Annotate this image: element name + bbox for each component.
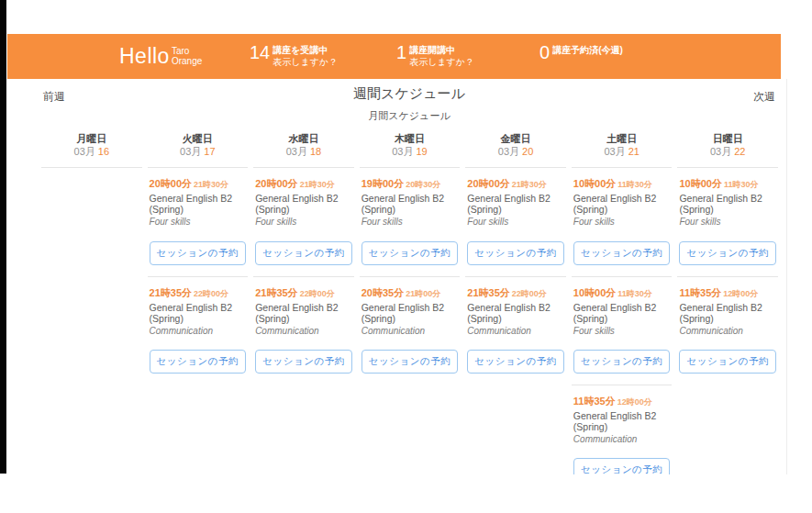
book-session-button[interactable]: セッションの予約 bbox=[362, 241, 459, 265]
session-course-type: Four skills bbox=[573, 326, 671, 337]
session-start-time: 21時35分 bbox=[150, 287, 192, 298]
book-session-button[interactable]: セッションの予約 bbox=[255, 350, 352, 374]
day-date: 03月19 bbox=[360, 145, 461, 158]
session-card: 19時00分20時30分 General English B2 (Spring)… bbox=[360, 168, 461, 276]
day-number: 19 bbox=[416, 146, 427, 157]
stat-label: 講座開講中 bbox=[409, 44, 474, 56]
session-course-type: Four skills bbox=[255, 217, 352, 228]
session-time: 20時00分21時30分 bbox=[150, 178, 247, 191]
session-start-time: 10時00分 bbox=[679, 178, 721, 189]
day-column: 水曜日 03月18 20時00分21時30分 General English B… bbox=[253, 132, 354, 474]
session-card: 21時35分22時00分 General English B2 (Spring)… bbox=[148, 276, 249, 385]
session-time: 20時35分21時00分 bbox=[362, 287, 459, 300]
session-card: 10時00分11時30分 General English B2 (Spring)… bbox=[677, 168, 778, 276]
session-end-time: 21時30分 bbox=[194, 180, 228, 189]
session-course-title: General English B2 (Spring) bbox=[362, 303, 459, 324]
session-start-time: 10時00分 bbox=[573, 178, 616, 189]
stat-label: 講座を受講中 bbox=[273, 44, 338, 56]
session-time: 10時00分11時30分 bbox=[573, 178, 671, 191]
session-time: 11時35分12時00分 bbox=[573, 396, 671, 408]
greeting: Hello Taro Orange bbox=[119, 42, 202, 71]
book-session-button[interactable]: セッションの予約 bbox=[467, 350, 564, 374]
session-start-time: 11時35分 bbox=[679, 287, 721, 298]
book-session-button[interactable]: セッションの予約 bbox=[150, 350, 247, 374]
book-session-button[interactable]: セッションの予約 bbox=[679, 350, 776, 374]
day-number: 18 bbox=[310, 146, 321, 157]
window-edge bbox=[0, 0, 6, 474]
day-column: 木曜日 03月19 19時00分20時30分 General English B… bbox=[360, 132, 461, 474]
book-session-button[interactable]: セッションの予約 bbox=[150, 241, 247, 265]
session-end-time: 11時30分 bbox=[724, 180, 759, 189]
stat-show-link[interactable]: 表示しますか？ bbox=[409, 56, 474, 68]
session-course-title: General English B2 (Spring) bbox=[679, 194, 776, 215]
monthly-schedule-link[interactable]: 月間スケジュール bbox=[32, 109, 786, 123]
stat-show-link[interactable]: 表示しますか？ bbox=[273, 56, 338, 68]
day-name: 火曜日 bbox=[148, 132, 249, 145]
top-header: Hello Taro Orange 14 講座を受講中 表示しますか？ 1 講座… bbox=[7, 34, 781, 79]
day-grid: 月曜日 03月16 火曜日 03月17 20時00分21時30分 General… bbox=[41, 132, 778, 474]
day-column: 火曜日 03月17 20時00分21時30分 General English B… bbox=[148, 132, 249, 474]
book-session-button[interactable]: セッションの予約 bbox=[573, 241, 671, 265]
session-end-time: 11時30分 bbox=[617, 180, 652, 189]
session-time: 21時35分22時00分 bbox=[150, 287, 247, 300]
book-session-button[interactable]: セッションの予約 bbox=[573, 458, 671, 474]
prev-week-link[interactable]: 前週 bbox=[43, 89, 65, 105]
book-session-button[interactable]: セッションの予約 bbox=[467, 241, 564, 265]
day-header: 月曜日 03月16 bbox=[41, 132, 142, 168]
session-card: 20時00分21時30分 General English B2 (Spring)… bbox=[465, 168, 566, 276]
book-session-button[interactable]: セッションの予約 bbox=[573, 350, 671, 374]
stat-value: 0 bbox=[539, 42, 550, 63]
session-course-type: Communication bbox=[467, 326, 564, 337]
day-month: 03月 bbox=[604, 146, 625, 157]
session-card: 10時00分11時30分 General English B2 (Spring)… bbox=[572, 168, 673, 276]
session-start-time: 10時00分 bbox=[573, 287, 616, 298]
day-header: 木曜日 03月19 bbox=[360, 132, 461, 168]
day-month: 03月 bbox=[286, 146, 307, 157]
session-card: 21時35分22時00分 General English B2 (Spring)… bbox=[253, 276, 354, 385]
session-end-time: 12時00分 bbox=[723, 289, 758, 298]
session-course-type: Four skills bbox=[467, 217, 564, 228]
day-header: 日曜日 03月22 bbox=[677, 132, 778, 168]
day-name: 月曜日 bbox=[41, 132, 142, 145]
day-month: 03月 bbox=[498, 146, 519, 157]
schedule-panel: 前週 次週 週間スケジュール 月間スケジュール 月曜日 03月16 火曜日 03… bbox=[32, 79, 787, 474]
stat-courses-enrolled: 14 講座を受講中 表示しますか？ bbox=[250, 42, 338, 68]
day-name: 水曜日 bbox=[253, 132, 354, 145]
user-name: Taro Orange bbox=[172, 46, 202, 71]
session-course-title: General English B2 (Spring) bbox=[573, 303, 671, 324]
day-name: 金曜日 bbox=[465, 132, 566, 145]
session-start-time: 21時35分 bbox=[255, 287, 297, 298]
session-course-title: General English B2 (Spring) bbox=[150, 194, 247, 215]
greeting-hello: Hello bbox=[119, 42, 170, 71]
day-header: 金曜日 03月20 bbox=[465, 132, 566, 168]
session-start-time: 21時35分 bbox=[467, 287, 509, 298]
session-time: 10時00分11時30分 bbox=[679, 178, 776, 191]
book-session-button[interactable]: セッションの予約 bbox=[255, 241, 352, 265]
stat-value: 14 bbox=[250, 42, 270, 68]
day-number: 16 bbox=[98, 146, 109, 157]
session-end-time: 12時00分 bbox=[617, 397, 652, 407]
user-first-name: Taro bbox=[172, 46, 189, 56]
session-start-time: 19時00分 bbox=[362, 178, 404, 189]
day-header: 水曜日 03月18 bbox=[253, 132, 354, 168]
session-end-time: 22時00分 bbox=[300, 289, 335, 298]
session-start-time: 11時35分 bbox=[573, 396, 616, 407]
stat-sessions-booked: 0 講座予約済(今週) bbox=[539, 42, 623, 63]
day-name: 日曜日 bbox=[677, 132, 778, 145]
book-session-button[interactable]: セッションの予約 bbox=[362, 350, 459, 374]
session-course-type: Communication bbox=[362, 326, 459, 337]
book-session-button[interactable]: セッションの予約 bbox=[679, 241, 776, 265]
day-month: 03月 bbox=[74, 146, 95, 157]
session-course-title: General English B2 (Spring) bbox=[467, 303, 564, 324]
session-start-time: 20時00分 bbox=[467, 178, 509, 189]
session-end-time: 21時30分 bbox=[300, 180, 335, 189]
day-header: 火曜日 03月17 bbox=[148, 132, 249, 168]
day-header: 土曜日 03月21 bbox=[572, 132, 673, 168]
session-time: 21時35分22時00分 bbox=[255, 287, 352, 300]
next-week-link[interactable]: 次週 bbox=[753, 89, 775, 105]
day-date: 03月17 bbox=[148, 145, 249, 158]
day-date: 03月21 bbox=[572, 145, 673, 158]
stat-label: 講座予約済(今週) bbox=[552, 44, 623, 56]
session-time: 20時00分21時30分 bbox=[255, 178, 352, 191]
session-card: 11時35分12時00分 General English B2 (Spring)… bbox=[572, 385, 673, 474]
